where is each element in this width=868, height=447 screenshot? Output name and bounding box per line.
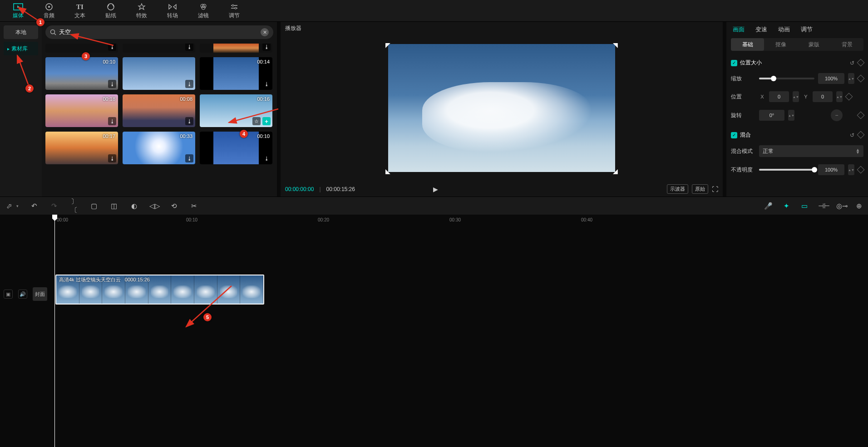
player-viewport[interactable]: ◤ ◥ ◣ ◢: [285, 34, 718, 182]
thumbnail[interactable]: 00:17 ⭳: [45, 132, 118, 164]
checkbox-icon[interactable]: ✓: [731, 60, 737, 66]
ratio-button[interactable]: ◫: [109, 202, 118, 210]
keyframe-icon[interactable]: [857, 75, 865, 83]
resize-handle[interactable]: ◢: [613, 167, 618, 175]
cursor-tool[interactable]: ⬀: [5, 202, 14, 210]
download-icon[interactable]: ⭳: [185, 80, 193, 88]
blend-mode-select[interactable]: 正常 ▲▼: [759, 145, 863, 157]
track-lock-icon[interactable]: ▣: [4, 290, 13, 299]
resize-handle[interactable]: ◤: [385, 41, 390, 49]
thumbnail[interactable]: ⭳: [123, 44, 195, 53]
spinner[interactable]: ▲▼: [848, 73, 854, 84]
favorite-icon[interactable]: ☆: [252, 117, 261, 125]
download-icon[interactable]: ⭳: [185, 44, 193, 51]
tab-audio[interactable]: 音频: [40, 3, 58, 20]
pos-x-value[interactable]: 0: [769, 91, 789, 102]
subtab-bg[interactable]: 背景: [830, 38, 863, 51]
search-input[interactable]: [59, 29, 261, 36]
subtab-mask[interactable]: 蒙版: [797, 38, 830, 51]
undo-button[interactable]: ↶: [30, 202, 39, 210]
scope-button[interactable]: 示波器: [667, 184, 688, 194]
thumbnail-selected[interactable]: 00:16 ☆ +: [200, 94, 272, 127]
keyframe-icon[interactable]: [857, 112, 865, 119]
mic-icon[interactable]: 🎤: [764, 202, 773, 210]
chevron-down-icon[interactable]: ▾: [16, 204, 19, 208]
download-icon[interactable]: ⭳: [185, 154, 193, 162]
playhead[interactable]: [54, 215, 55, 447]
keyframe-icon[interactable]: [845, 93, 853, 101]
tab-text[interactable]: TI 文本: [71, 3, 89, 20]
download-icon[interactable]: ⭳: [262, 44, 271, 51]
checkbox-icon[interactable]: ✓: [731, 132, 737, 138]
spinner[interactable]: ▲▼: [848, 164, 854, 175]
reset-icon[interactable]: ↺: [850, 132, 854, 138]
download-icon[interactable]: ⭳: [108, 154, 116, 162]
props-tab-speed[interactable]: 变速: [755, 25, 767, 34]
play-button[interactable]: ▶: [433, 186, 438, 193]
mirror-button[interactable]: ◁▷: [149, 202, 158, 210]
flip-button[interactable]: −: [831, 109, 843, 121]
search-clear-button[interactable]: ✕: [261, 28, 269, 36]
reset-icon[interactable]: ↺: [850, 60, 854, 66]
download-icon[interactable]: ⭳: [185, 117, 193, 125]
download-icon[interactable]: ⭳: [108, 80, 116, 88]
original-button[interactable]: 原始: [692, 184, 708, 194]
rotate-button[interactable]: ⟲: [169, 202, 178, 210]
rotate-value[interactable]: 0°: [759, 110, 784, 121]
pos-y-value[interactable]: 0: [813, 91, 833, 102]
resize-handle[interactable]: ◣: [385, 167, 390, 175]
thumbnail[interactable]: 00:10 ⭳: [45, 57, 118, 90]
resize-handle[interactable]: ◥: [613, 41, 618, 49]
props-tab-adjust[interactable]: 调节: [801, 25, 813, 34]
scale-value[interactable]: 100%: [818, 73, 844, 84]
thumbnail[interactable]: 00:10 ⭳: [200, 132, 272, 164]
delete-button[interactable]: ▢: [89, 202, 99, 210]
opacity-slider[interactable]: [759, 169, 814, 171]
download-icon[interactable]: ⭳: [108, 44, 116, 51]
opacity-value[interactable]: 100%: [818, 164, 844, 175]
tab-transition[interactable]: 转场: [163, 3, 182, 20]
thumbnail[interactable]: 00:18 ⭳: [45, 94, 118, 127]
spinner[interactable]: ▲▼: [788, 110, 794, 121]
zoom-icon[interactable]: ⊕: [854, 202, 863, 210]
track-cover-button[interactable]: 封面: [33, 287, 47, 301]
tab-media[interactable]: 媒体: [9, 3, 27, 20]
thumbnail[interactable]: 00:08 ⭳: [123, 94, 195, 127]
fullscreen-icon[interactable]: ⛶: [712, 186, 718, 193]
subtab-cutout[interactable]: 抠像: [764, 38, 797, 51]
snap-icon[interactable]: ◎⊸: [836, 202, 845, 210]
scale-slider[interactable]: [759, 78, 814, 79]
download-icon[interactable]: ⭳: [262, 154, 271, 162]
timeline-area[interactable]: 00:00 00:10 00:20 00:30 00:40 ▣ 🔊 封面 高清4…: [0, 215, 868, 447]
timeline-clip[interactable]: 高清4k 过场空镜头天空白云 0000:15:26: [55, 275, 264, 305]
keyframe-icon[interactable]: [857, 166, 865, 174]
sidebar-item-local[interactable]: 本地: [4, 25, 38, 39]
props-tab-picture[interactable]: 画面: [733, 25, 745, 34]
track-mute-icon[interactable]: 🔊: [18, 290, 27, 299]
spinner[interactable]: ▲▼: [793, 91, 799, 102]
player-frame[interactable]: ◤ ◥ ◣ ◢: [388, 44, 615, 172]
link-icon[interactable]: ▭: [800, 202, 809, 210]
download-icon[interactable]: ⭳: [262, 80, 271, 88]
props-tab-anim[interactable]: 动画: [778, 25, 790, 34]
keyframe-icon[interactable]: [857, 131, 865, 138]
thumbnail[interactable]: ⭳: [123, 57, 195, 90]
subtab-basic[interactable]: 基础: [731, 38, 764, 51]
align-icon[interactable]: ⊣⊢: [818, 202, 827, 210]
thumbnail[interactable]: 00:14 ⭳: [200, 57, 272, 90]
thumbnail[interactable]: ⭳: [45, 44, 118, 53]
tab-adjust[interactable]: 调节: [225, 3, 243, 20]
auto-cut-icon[interactable]: ✦: [782, 202, 791, 210]
thumbnail[interactable]: ⭳: [200, 44, 272, 53]
keyframe-icon[interactable]: [857, 59, 865, 66]
spinner[interactable]: ▲▼: [836, 91, 843, 102]
tab-effect[interactable]: 特效: [133, 3, 151, 20]
tab-sticker[interactable]: 贴纸: [102, 3, 120, 20]
split-button[interactable]: 〕〔: [69, 197, 79, 215]
thumbnail[interactable]: 00:33 ⭳: [123, 132, 195, 164]
redo-button[interactable]: ↷: [49, 202, 59, 210]
sidebar-item-library[interactable]: 素材库: [4, 42, 38, 55]
tab-filter[interactable]: 滤镜: [194, 3, 212, 20]
timeline-ruler[interactable]: 00:00 00:10 00:20 00:30 00:40: [0, 215, 868, 225]
add-button[interactable]: +: [262, 117, 271, 125]
